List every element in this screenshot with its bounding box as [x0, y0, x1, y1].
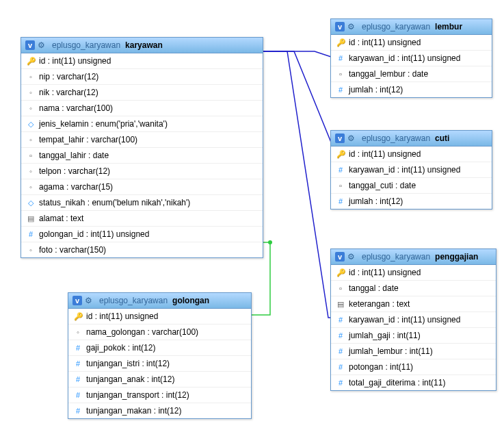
- column-row[interactable]: ◦nama_golongan : varchar(100): [68, 324, 251, 340]
- text-icon: ▤: [336, 300, 345, 309]
- column-row[interactable]: #tunjangan_anak : int(12): [68, 371, 251, 387]
- hash-icon: #: [336, 166, 345, 174]
- table-golongan[interactable]: v ⚙ eplusgo_karyawan golongan 🔑id : int(…: [68, 292, 252, 419]
- column-def: id : int(11) unsigned: [349, 38, 421, 47]
- table-lembur-header[interactable]: v ⚙ eplusgo_karyawan lembur: [331, 19, 492, 35]
- column-row[interactable]: ▫tanggal_lembur : date: [331, 66, 492, 81]
- column-row[interactable]: ▫tanggal_lahir : date: [21, 147, 263, 163]
- column-row[interactable]: 🔑id : int(11) unsigned: [21, 53, 263, 68]
- hash-icon: #: [27, 230, 35, 238]
- column-row[interactable]: #karyawan_id : int(11) unsigned: [331, 162, 492, 177]
- hash-icon: #: [74, 344, 82, 352]
- column-row[interactable]: 🔑id : int(11) unsigned: [331, 265, 496, 280]
- column-def: golongan_id : int(11) unsigned: [39, 229, 149, 239]
- text-icon: ◦: [27, 73, 35, 81]
- table-cuti[interactable]: v ⚙ eplusgo_karyawan cuti 🔑id : int(11) …: [330, 130, 492, 209]
- table-penggajian-columns: 🔑id : int(11) unsigned▫tanggal : date▤ke…: [331, 265, 496, 390]
- column-row[interactable]: #total_gaji_diterima : int(11): [331, 374, 496, 390]
- gear-icon[interactable]: ⚙: [347, 252, 355, 262]
- db-name: eplusgo_karyawan: [99, 296, 168, 305]
- column-row[interactable]: ▤keterangan : text: [331, 296, 496, 312]
- key-icon: 🔑: [336, 38, 345, 47]
- column-row[interactable]: ◦tempat_lahir : varchar(100): [21, 131, 263, 147]
- table-penggajian[interactable]: v ⚙ eplusgo_karyawan penggajian 🔑id : in…: [330, 249, 496, 391]
- column-def: jumlah : int(12): [349, 85, 403, 94]
- column-row[interactable]: ◦foto : varchar(150): [21, 242, 263, 257]
- table-karyawan-header[interactable]: v ⚙ eplusgo_karyawan karyawan: [21, 38, 263, 53]
- column-def: total_gaji_diterima : int(11): [349, 378, 445, 387]
- table-name: penggajian: [435, 252, 478, 262]
- column-def: tanggal : date: [349, 283, 399, 293]
- table-penggajian-header[interactable]: v ⚙ eplusgo_karyawan penggajian: [331, 249, 496, 265]
- column-row[interactable]: ◦agama : varchar(15): [21, 179, 263, 194]
- gear-icon[interactable]: ⚙: [347, 22, 355, 31]
- column-def: karyawan_id : int(11) unsigned: [349, 53, 460, 63]
- hash-icon: #: [74, 375, 82, 383]
- column-row[interactable]: #jumlah : int(12): [331, 81, 492, 97]
- column-row[interactable]: #tunjangan_istri : int(12): [68, 355, 251, 371]
- text-icon: ◦: [27, 246, 35, 254]
- column-def: jumlah : int(12): [349, 196, 403, 206]
- column-row[interactable]: #potongan : int(11): [331, 359, 496, 374]
- table-cuti-header[interactable]: v ⚙ eplusgo_karyawan cuti: [331, 131, 492, 147]
- column-row[interactable]: #tunjangan_makan : int(12): [68, 403, 251, 418]
- hash-icon: #: [74, 391, 82, 399]
- column-row[interactable]: #gaji_pokok : int(12): [68, 340, 251, 355]
- column-row[interactable]: ▫tanggal_cuti : date: [331, 177, 492, 193]
- key-icon: 🔑: [27, 57, 35, 66]
- column-def: telpon : varchar(12): [39, 166, 110, 176]
- table-name: cuti: [435, 134, 449, 143]
- column-row[interactable]: ◇status_nikah : enum('belum nikah','nika…: [21, 194, 263, 210]
- text-icon: ▤: [27, 214, 35, 223]
- column-row[interactable]: #jumlah : int(12): [331, 193, 492, 209]
- column-def: nip : varchar(12): [39, 72, 98, 81]
- column-def: tanggal_cuti : date: [349, 181, 416, 190]
- table-cuti-columns: 🔑id : int(11) unsigned#karyawan_id : int…: [331, 147, 492, 209]
- column-row[interactable]: 🔑id : int(11) unsigned: [68, 309, 251, 324]
- hash-icon: #: [336, 379, 345, 387]
- key-icon: 🔑: [74, 312, 82, 321]
- column-row[interactable]: ◦nip : varchar(12): [21, 68, 263, 84]
- text-icon: ◦: [27, 167, 35, 175]
- column-row[interactable]: #jumlah_gaji : int(11): [331, 327, 496, 343]
- gear-icon[interactable]: ⚙: [85, 296, 92, 305]
- column-def: potongan : int(11): [349, 362, 413, 372]
- column-row[interactable]: ◇jenis_kelamin : enum('pria','wanita'): [21, 116, 263, 131]
- key-icon: 🔑: [336, 150, 345, 159]
- table-karyawan[interactable]: v ⚙ eplusgo_karyawan karyawan 🔑id : int(…: [21, 37, 263, 258]
- hash-icon: #: [74, 359, 82, 368]
- column-row[interactable]: 🔑id : int(11) unsigned: [331, 147, 492, 162]
- column-row[interactable]: ▤alamat : text: [21, 210, 263, 226]
- table-lembur-columns: 🔑id : int(11) unsigned#karyawan_id : int…: [331, 35, 492, 97]
- view-icon: v: [335, 252, 345, 262]
- column-row[interactable]: #jumlah_lembur : int(11): [331, 343, 496, 359]
- table-golongan-header[interactable]: v ⚙ eplusgo_karyawan golongan: [68, 293, 251, 309]
- key-icon: 🔑: [336, 268, 345, 277]
- column-row[interactable]: ◦nama : varchar(100): [21, 100, 263, 116]
- view-icon: v: [25, 40, 35, 50]
- hash-icon: #: [336, 347, 345, 355]
- column-row[interactable]: 🔑id : int(11) unsigned: [331, 35, 492, 50]
- column-def: nama_golongan : varchar(100): [86, 327, 198, 337]
- gear-icon[interactable]: ⚙: [347, 134, 355, 143]
- table-lembur[interactable]: v ⚙ eplusgo_karyawan lembur 🔑id : int(11…: [330, 18, 492, 98]
- text-icon: ◦: [27, 104, 35, 112]
- column-row[interactable]: #karyawan_id : int(11) unsigned: [331, 312, 496, 327]
- column-row[interactable]: ◦nik : varchar(12): [21, 84, 263, 100]
- column-def: foto : varchar(150): [39, 245, 106, 255]
- column-row[interactable]: ▫tanggal : date: [331, 280, 496, 296]
- column-row[interactable]: ◦telpon : varchar(12): [21, 163, 263, 179]
- gear-icon[interactable]: ⚙: [38, 40, 45, 50]
- column-def: tunjangan_istri : int(12): [86, 359, 170, 368]
- table-karyawan-columns: 🔑id : int(11) unsigned◦nip : varchar(12)…: [21, 53, 263, 257]
- date-icon: ▫: [27, 151, 35, 160]
- hash-icon: #: [336, 86, 345, 94]
- column-def: tunjangan_makan : int(12): [86, 406, 181, 416]
- column-row[interactable]: #tunjangan_transport : int(12): [68, 387, 251, 403]
- date-icon: ▫: [336, 181, 345, 190]
- db-name: eplusgo_karyawan: [52, 40, 120, 50]
- column-def: jumlah_gaji : int(11): [349, 331, 421, 340]
- column-def: id : int(11) unsigned: [39, 56, 111, 66]
- column-row[interactable]: #karyawan_id : int(11) unsigned: [331, 50, 492, 66]
- column-row[interactable]: #golongan_id : int(11) unsigned: [21, 226, 263, 242]
